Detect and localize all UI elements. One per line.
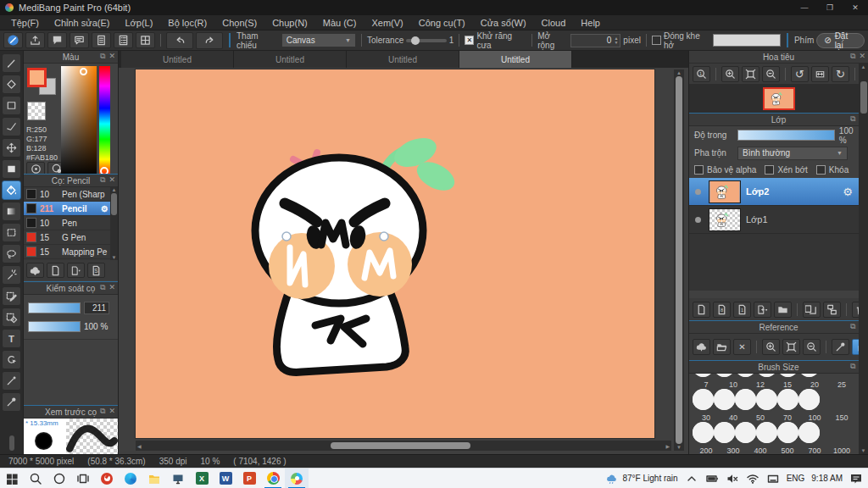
menu-item[interactable]: Màu (C) xyxy=(315,15,364,30)
menu-item[interactable]: Cửa sổ(W) xyxy=(473,15,534,30)
drawing-canvas[interactable] xyxy=(136,69,654,438)
medibang-taskbar-icon[interactable] xyxy=(285,469,309,488)
lock-checkbox[interactable] xyxy=(816,165,826,175)
open-file-button[interactable] xyxy=(713,339,731,355)
close-icon[interactable]: ✕ xyxy=(108,175,115,185)
brush-size-cell[interactable]: 150 xyxy=(828,413,855,422)
brush-size-cell[interactable]: 15 xyxy=(774,380,801,389)
undo-button[interactable] xyxy=(166,32,193,49)
brush-size-cell[interactable]: 50 xyxy=(747,413,774,422)
select-tool[interactable] xyxy=(2,223,21,242)
brush-size-cell[interactable]: 300 xyxy=(720,446,747,454)
vertical-scrollbar[interactable]: ▲▼ xyxy=(674,69,684,451)
brush-size-cell[interactable]: 25 xyxy=(828,380,855,389)
zoom-out-button[interactable] xyxy=(762,66,780,82)
document-list-button[interactable] xyxy=(114,32,133,48)
close-icon[interactable]: ✕ xyxy=(108,283,115,292)
add-brush-menu-button[interactable] xyxy=(67,263,85,278)
hue-bar[interactable] xyxy=(99,66,110,174)
close-icon[interactable]: ✕ xyxy=(859,52,865,61)
popout-icon[interactable]: ⧉ xyxy=(100,407,105,416)
add-layer-button[interactable] xyxy=(693,302,710,318)
powerpoint-icon[interactable]: P xyxy=(237,469,261,488)
clipping-checkbox[interactable] xyxy=(765,165,774,175)
menu-item[interactable]: Xem(V) xyxy=(364,15,410,30)
brush-tool[interactable] xyxy=(2,53,21,73)
brush-row[interactable]: 10Pen (Sharp xyxy=(24,187,111,202)
canvas-tab-selected[interactable]: Untitled xyxy=(459,51,572,68)
brush-row[interactable]: 10Pen xyxy=(24,216,111,230)
grid-button[interactable] xyxy=(136,32,155,48)
cloud-brush-button[interactable] xyxy=(26,263,44,278)
brush-size-cell[interactable]: 40 xyxy=(720,413,747,422)
menu-item[interactable]: Chụp(N) xyxy=(264,15,315,30)
add-8bit-layer-button[interactable]: 8 xyxy=(713,302,731,318)
zoom-in-button[interactable] xyxy=(762,339,780,355)
popout-icon[interactable]: ⧉ xyxy=(850,52,855,61)
operation-tool[interactable] xyxy=(2,350,21,369)
action-center-icon[interactable] xyxy=(849,472,863,485)
layer-blend-dropdown[interactable]: Bình thường▼ xyxy=(737,147,848,160)
move-tool[interactable] xyxy=(2,138,21,158)
layer-row-selected[interactable]: Lớp2 ⚙ xyxy=(689,178,860,206)
redo-button[interactable] xyxy=(196,32,223,49)
duplicate-layer-button[interactable] xyxy=(803,302,821,318)
brush-list-scrollbar[interactable]: ▲▼ xyxy=(110,187,118,260)
browser-red-icon[interactable] xyxy=(95,469,119,488)
tray-expand-chevron[interactable] xyxy=(685,472,698,485)
canvas-tab[interactable]: Untitled xyxy=(347,51,459,68)
word-icon[interactable]: W xyxy=(214,469,237,488)
layer-row[interactable]: Lớp1 xyxy=(689,206,860,234)
brush-size-cell[interactable]: 500 xyxy=(774,446,801,454)
reset-button[interactable]: ⊘ Đặt lại xyxy=(816,33,865,48)
menu-item[interactable]: Lớp(L) xyxy=(117,15,160,30)
layer-visibility-dot[interactable] xyxy=(695,189,701,195)
menu-item[interactable]: Bộ lọc(R) xyxy=(160,15,214,30)
close-icon[interactable]: ✕ xyxy=(108,407,115,416)
magic-wand-tool[interactable] xyxy=(2,265,21,285)
add-brush-button[interactable] xyxy=(47,263,64,278)
eraser-tool[interactable] xyxy=(2,75,21,94)
brush-size-cell[interactable]: 12 xyxy=(747,380,774,389)
brush-size-cell[interactable]: 100 xyxy=(801,413,828,422)
gradient-tool[interactable] xyxy=(2,202,21,221)
chrome-icon[interactable] xyxy=(261,469,285,488)
lasso-tool[interactable] xyxy=(2,244,21,263)
draw-mode-button[interactable] xyxy=(3,32,23,48)
rect-tool[interactable] xyxy=(2,96,21,115)
tool-scrollbar[interactable] xyxy=(9,435,14,451)
tolerance-slider[interactable] xyxy=(406,39,447,42)
navigator-view[interactable] xyxy=(689,84,868,113)
popout-icon[interactable]: ⧉ xyxy=(850,114,855,124)
zoom-in-button[interactable] xyxy=(721,66,739,82)
popout-icon[interactable]: ⧉ xyxy=(850,362,855,371)
clear-reference-button[interactable]: ✕ xyxy=(733,339,751,355)
select-pen-tool[interactable] xyxy=(2,286,21,306)
add-1bit-layer-button[interactable]: 1 xyxy=(733,302,751,318)
curve-tool[interactable] xyxy=(2,117,21,136)
rotate-cw-button[interactable]: ↻ xyxy=(832,66,849,82)
brush-script-button[interactable]: S xyxy=(87,263,105,278)
popout-icon[interactable]: ⧉ xyxy=(100,283,105,292)
brush-size-cell[interactable]: 20 xyxy=(801,380,828,389)
file-explorer-icon[interactable] xyxy=(142,469,166,488)
excel-icon[interactable]: X xyxy=(190,469,214,488)
cloud-open-button[interactable] xyxy=(693,339,710,355)
brush-size-slider[interactable] xyxy=(28,302,81,313)
menu-item[interactable]: Chọn(S) xyxy=(214,15,264,30)
brush-size-cell[interactable]: 1000 xyxy=(828,446,855,454)
close-gap-checkbox[interactable] xyxy=(652,36,661,45)
menu-item[interactable]: Chỉnh sửa(E) xyxy=(47,15,117,30)
brush-size-cell[interactable]: 400 xyxy=(747,446,774,454)
alpha-protect-checkbox[interactable] xyxy=(694,165,704,175)
touch-keyboard-icon[interactable] xyxy=(766,472,780,485)
comment-lines-button[interactable] xyxy=(70,32,89,48)
document-button[interactable] xyxy=(92,32,111,48)
close-gap-input[interactable] xyxy=(713,34,781,47)
menu-item[interactable]: Help xyxy=(573,15,608,30)
canvas-tab[interactable]: Untitled xyxy=(121,51,234,68)
popout-icon[interactable]: ⧉ xyxy=(850,322,855,331)
reference-dropdown[interactable]: Canvas▼ xyxy=(281,33,356,47)
zoom-out-button[interactable] xyxy=(803,339,821,355)
actual-size-button[interactable]: 1 xyxy=(693,66,710,82)
